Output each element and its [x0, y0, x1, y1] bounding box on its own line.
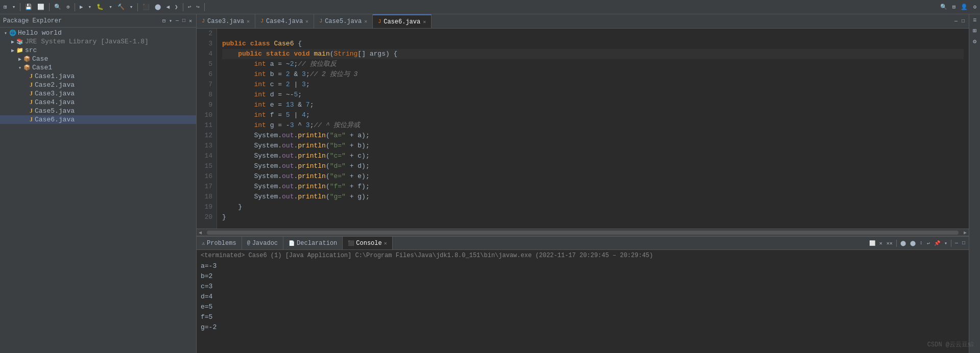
- tab-close-case3[interactable]: ✕: [247, 18, 250, 24]
- toolbar-icon-10[interactable]: ↩: [186, 3, 193, 11]
- panel-max-icon[interactable]: □: [181, 17, 186, 24]
- tab-case4[interactable]: J Case4.java ✕: [255, 14, 314, 28]
- right-icon-2[interactable]: ⊞: [972, 27, 977, 35]
- tab-close-case6[interactable]: ✕: [423, 19, 426, 25]
- toolbar-settings[interactable]: ⚙: [971, 3, 978, 11]
- console-action-4[interactable]: ⬤: [899, 240, 907, 247]
- tree-item-src[interactable]: ▶ 📁 src: [0, 46, 196, 55]
- panel-min-icon[interactable]: —: [175, 17, 180, 24]
- tree-label-helloworld: Hello world: [18, 29, 62, 37]
- toolbar-build[interactable]: 🔨: [116, 3, 126, 11]
- tree-item-case6-java[interactable]: J Case6.java: [0, 115, 196, 124]
- tree-label-case3-java: Case3.java: [35, 90, 75, 97]
- toolbar-icon-3[interactable]: ⬜: [36, 3, 46, 11]
- javadoc-icon: @: [247, 240, 250, 246]
- toolbar-build-arrow[interactable]: ▾: [128, 3, 135, 11]
- line-numbers: 2 3 4 5 6 7 8 9 10 11 12 13 14 15 16 17 …: [197, 29, 217, 229]
- toolbar-debug-arrow[interactable]: ▾: [107, 3, 114, 11]
- tab-close-case4[interactable]: ✕: [305, 18, 308, 24]
- toolbar-icon-11[interactable]: ↪: [195, 3, 201, 11]
- toolbar-save[interactable]: 💾: [23, 3, 34, 11]
- tab-case5[interactable]: J Case5.java ✕: [314, 14, 373, 28]
- line-num-14: 14: [201, 151, 212, 161]
- editor-min-icon[interactable]: —: [953, 18, 959, 24]
- toolbar-icon-8[interactable]: ◀: [164, 3, 171, 11]
- tree-icon-jre: 📚: [16, 38, 23, 45]
- line-num-20: 20: [201, 212, 212, 222]
- console-tab-close[interactable]: ✕: [384, 240, 387, 246]
- right-icon-1[interactable]: ≡: [972, 16, 977, 24]
- tree-icon-case4-java: J: [30, 98, 33, 106]
- console-max[interactable]: □: [961, 240, 967, 246]
- console-line-4: d=4: [201, 292, 965, 302]
- tree-item-case[interactable]: ▶ 📦 Case: [0, 55, 196, 63]
- code-line-17: System.out.println("f=" + f);: [222, 182, 964, 192]
- tree-item-case5-java[interactable]: J Case5.java: [0, 107, 196, 115]
- bottom-tab-problems[interactable]: ⚠ Problems: [197, 237, 242, 249]
- console-action-arrow[interactable]: ▾: [943, 240, 949, 247]
- toolbar-icon-2[interactable]: ▾: [11, 3, 17, 11]
- tree-item-helloworld[interactable]: ▾ 🌐 Hello world: [0, 29, 196, 37]
- code-line-11: int g = -3 ^ 3;// ^ 按位异或: [222, 120, 964, 131]
- toolbar-run-arrow[interactable]: ▾: [87, 3, 93, 11]
- console-line-5: e=5: [201, 302, 965, 312]
- console-action-pin[interactable]: 📌: [933, 240, 942, 247]
- toolbar-sep-3: [75, 3, 75, 11]
- tree-item-case4-java[interactable]: J Case4.java: [0, 98, 196, 107]
- tree-label-case5-java: Case5.java: [35, 107, 75, 115]
- tab-icon-case5: J: [319, 18, 322, 24]
- toolbar-icon-9[interactable]: ❯: [173, 3, 180, 11]
- console-action-5[interactable]: ⬤: [909, 240, 917, 247]
- tree-label-case6-java: Case6.java: [35, 116, 75, 123]
- tree-item-case3-java[interactable]: J Case3.java: [0, 89, 196, 98]
- code-line-6: int b = 2 & 3;// 2 按位与 3: [222, 69, 964, 80]
- scroll-right-arrow[interactable]: ▶: [964, 230, 969, 236]
- editor-tab-bar: J Case3.java ✕ J Case4.java ✕ J Case5.ja…: [197, 14, 969, 29]
- horizontal-scrollbar[interactable]: ◀ ▶: [197, 229, 969, 236]
- toolbar-icon-5[interactable]: ⊕: [65, 3, 71, 11]
- console-action-1[interactable]: ⬜: [868, 240, 877, 247]
- console-action-2[interactable]: ✕: [878, 240, 884, 247]
- tab-case3[interactable]: J Case3.java ✕: [197, 14, 255, 28]
- toolbar-search[interactable]: 🔍: [939, 3, 949, 11]
- right-icon-3[interactable]: ⚙: [972, 37, 977, 46]
- toolbar-perspective[interactable]: ⊞: [951, 3, 958, 11]
- console-action-3[interactable]: ✕✕: [885, 240, 894, 247]
- tab-icon-case3: J: [202, 18, 205, 24]
- tree-item-case1-java[interactable]: J Case1.java: [0, 72, 196, 81]
- tree-icon-case: 📦: [23, 56, 31, 62]
- tree-item-case1[interactable]: ▾ 📦 Case1: [0, 63, 196, 72]
- line-num-19: 19: [201, 202, 212, 212]
- panel-close-icon[interactable]: ✕: [188, 17, 193, 24]
- console-label: Console: [356, 240, 381, 247]
- bottom-tab-javadoc[interactable]: @ Javadoc: [242, 237, 283, 249]
- console-action-wrap[interactable]: ↩: [925, 240, 931, 247]
- toolbar-user[interactable]: 👤: [959, 3, 969, 11]
- editor-max-icon[interactable]: □: [961, 18, 966, 24]
- scroll-left-arrow[interactable]: ◀: [197, 230, 202, 236]
- panel-menu-icon[interactable]: ▾: [168, 17, 173, 24]
- tree-item-case2-java[interactable]: J Case2.java: [0, 81, 196, 89]
- console-action-scroll[interactable]: ↕: [918, 240, 924, 246]
- tree-item-jre[interactable]: ▶ 📚 JRE System Library [JavaSE-1.8]: [0, 37, 196, 46]
- toolbar-debug[interactable]: 🐛: [95, 3, 105, 11]
- tab-close-case5[interactable]: ✕: [364, 18, 367, 24]
- tree-icon-case6-java: J: [30, 116, 33, 123]
- console-min[interactable]: —: [953, 240, 960, 246]
- toolbar-icon-7[interactable]: ⬤: [153, 3, 162, 11]
- toolbar-sep-6: [204, 3, 205, 11]
- line-num-10: 10: [201, 110, 212, 120]
- toolbar-run[interactable]: ▶: [78, 3, 85, 11]
- line-num-5: 5: [201, 59, 212, 69]
- code-editor[interactable]: 2 3 4 5 6 7 8 9 10 11 12 13 14 15 16 17 …: [197, 29, 969, 229]
- toolbar-icon-1[interactable]: ⊞: [2, 3, 9, 11]
- toolbar-icon-6[interactable]: ⬛: [141, 3, 151, 11]
- code-line-3: public class Case6 {: [222, 39, 964, 49]
- toolbar-icon-4[interactable]: 🔍: [53, 3, 63, 11]
- scroll-track[interactable]: [207, 231, 959, 235]
- toolbar-sep-5: [183, 3, 183, 11]
- tab-case6[interactable]: J Case6.java ✕: [373, 14, 432, 28]
- bottom-tab-console[interactable]: ⬛ Console ✕: [343, 237, 392, 249]
- panel-collapse-icon[interactable]: ⊟: [161, 17, 166, 24]
- bottom-tab-declaration[interactable]: 📄 Declaration: [283, 237, 343, 249]
